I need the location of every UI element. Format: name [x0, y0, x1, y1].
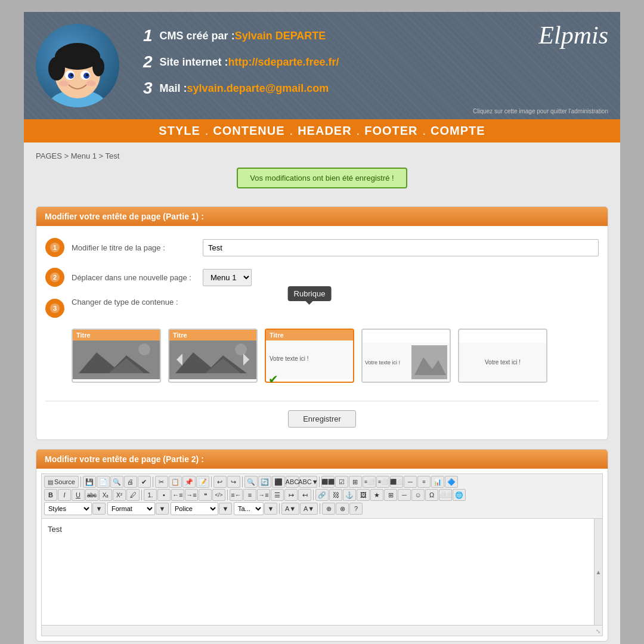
content-type-1[interactable]: Titre [72, 329, 161, 383]
subscript-button[interactable]: X₂ [99, 489, 112, 501]
align-right-button[interactable]: →≡ [257, 489, 270, 501]
format-select[interactable]: Format [107, 502, 155, 515]
tb7[interactable]: ─ [404, 476, 417, 488]
indent-button[interactable]: →≡ [185, 489, 198, 501]
flash-button[interactable]: ★ [370, 489, 383, 501]
spellcheck3-button[interactable]: ABC▼ [299, 476, 317, 488]
preview-button[interactable]: 🔍 [110, 476, 123, 488]
redo-button[interactable]: ↪ [227, 476, 240, 488]
underline-button[interactable]: U [72, 489, 85, 501]
iframe-button[interactable]: ⬜⬜ [439, 489, 452, 501]
tb4[interactable]: ≡⬜ [363, 476, 376, 488]
outdent-button[interactable]: ←≡ [171, 489, 184, 501]
header-line-3: 3 Mail : sylvain.departe@gmail.com [143, 79, 608, 98]
size-arrow[interactable]: ▼ [264, 503, 277, 515]
content-type-5[interactable]: Votre text ici ! [458, 329, 547, 383]
nav-footer[interactable]: FOOTER [362, 124, 420, 138]
tb2[interactable]: ☑ [335, 476, 348, 488]
bg-color-button[interactable]: A▼ [300, 503, 318, 515]
paste-img2-button[interactable]: ⊗ [336, 503, 349, 515]
police-arrow[interactable]: ▼ [219, 503, 232, 515]
anchor-button[interactable]: ⚓ [343, 489, 356, 501]
nav-compte[interactable]: COMPTE [428, 124, 488, 138]
save-doc-button[interactable]: 💾 [83, 476, 96, 488]
rtl-button[interactable]: ↤ [298, 489, 311, 501]
content-type-3[interactable]: Rubrique Titre Votre texte ici ! ✔ [265, 329, 354, 383]
undo-button[interactable]: ↩ [213, 476, 227, 488]
styles-arrow[interactable]: ▼ [92, 503, 106, 515]
paste-text-button[interactable]: 📝 [196, 476, 209, 488]
type3-header: Titre [266, 330, 353, 340]
nav-header[interactable]: HEADER [295, 124, 354, 138]
field1-input[interactable] [203, 239, 599, 256]
print-button[interactable]: 🖨 [124, 476, 137, 488]
cut-button[interactable]: ✂ [155, 476, 168, 488]
field2-icon: 2 [45, 268, 64, 287]
hr-button[interactable]: ─ [398, 489, 411, 501]
nav-contenue[interactable]: CONTENUE [210, 124, 287, 138]
styles-select[interactable]: Styles [44, 502, 92, 515]
paste-button[interactable]: 📌 [182, 476, 196, 488]
image-button[interactable]: 🖼 [357, 489, 370, 501]
type4-spacer [363, 330, 450, 343]
emoticon-button[interactable]: ☺ [411, 489, 425, 501]
save-button[interactable]: Enregistrer [288, 410, 356, 428]
removeformat-button[interactable]: 🖊 [126, 489, 140, 501]
ordered-list-button[interactable]: 1. [144, 489, 157, 501]
special-button[interactable]: Ω [425, 489, 438, 501]
source-button[interactable]: ▤ Source [44, 476, 79, 488]
spellcheck-button[interactable]: ✔ [138, 476, 151, 488]
replace-button[interactable]: 🔄 [258, 476, 271, 488]
resize-area: ⤡ [41, 626, 603, 636]
format-arrow[interactable]: ▼ [156, 503, 169, 515]
link-button[interactable]: 🔗 [315, 489, 329, 501]
unlink-button[interactable]: ⛓ [329, 489, 342, 501]
unordered-list-button[interactable]: • [157, 489, 171, 501]
bold-button[interactable]: B [44, 489, 57, 501]
tb5[interactable]: ≡⬜ [376, 476, 389, 488]
scrollbar[interactable]: ▲ [595, 518, 603, 626]
editor-text: Test [48, 525, 62, 534]
select-all-button[interactable]: ⬛ [272, 476, 285, 488]
find-button[interactable]: 🔍 [244, 476, 258, 488]
spellcheck2-button[interactable]: ABC [286, 476, 299, 488]
text-color-button[interactable]: A▼ [281, 503, 299, 515]
superscript-button[interactable]: X² [113, 489, 126, 501]
help-button[interactable]: ? [349, 503, 363, 515]
strikethrough-button[interactable]: abc [85, 489, 98, 501]
tb6[interactable]: ⬛⬜ [390, 476, 403, 488]
tb10[interactable]: 🔷 [445, 476, 458, 488]
size-select[interactable]: Ta... [234, 502, 264, 515]
section1-body: 1 Modifier le titre de la page : 2 Dépl [36, 226, 608, 439]
type3-checkmark: ✔ [268, 372, 278, 386]
align-justify-button[interactable]: ☰ [271, 489, 284, 501]
align-left-button[interactable]: ≡← [230, 489, 243, 501]
table2-button[interactable]: ⊞ [384, 489, 397, 501]
html-button[interactable]: </> [212, 489, 225, 501]
police-select[interactable]: Police [171, 502, 218, 515]
tb3[interactable]: ⊞ [349, 476, 362, 488]
quit-text: Cliquez sur cette image pour quitter l'a… [473, 108, 608, 114]
tb1[interactable]: ⬛⬛ [321, 476, 335, 488]
copy-button[interactable]: 📋 [169, 476, 182, 488]
new-doc-button[interactable]: 📄 [97, 476, 110, 488]
field2-select[interactable]: Menu 1 [203, 269, 252, 286]
content-type-4[interactable]: Votre texte ici ! [361, 329, 451, 383]
header-banner[interactable]: 1 CMS créé par : Sylvain DEPARTE 2 Site … [24, 12, 620, 119]
content-type-2[interactable]: Titre [168, 329, 258, 383]
field3-label: Changer de type de contenue : [72, 298, 203, 306]
paste-img-button[interactable]: ⊕ [322, 503, 335, 515]
nav-style[interactable]: STYLE [156, 124, 202, 138]
svg-text:1: 1 [53, 244, 57, 251]
editor-area[interactable]: Test [41, 518, 595, 626]
line3-num: 3 [143, 79, 153, 98]
align-center-button[interactable]: ≡ [243, 489, 256, 501]
tb9[interactable]: 📊 [431, 476, 444, 488]
italic-button[interactable]: I [58, 489, 71, 501]
tb8[interactable]: ≡ [417, 476, 431, 488]
resize-handle[interactable]: ⤡ [596, 628, 600, 634]
section2-header: Modifier votre entête de page (Partie 2)… [36, 450, 608, 469]
about-button[interactable]: 🌐 [453, 489, 466, 501]
ltr-button[interactable]: ↦ [284, 489, 298, 501]
blockquote-button[interactable]: ❝ [199, 489, 212, 501]
